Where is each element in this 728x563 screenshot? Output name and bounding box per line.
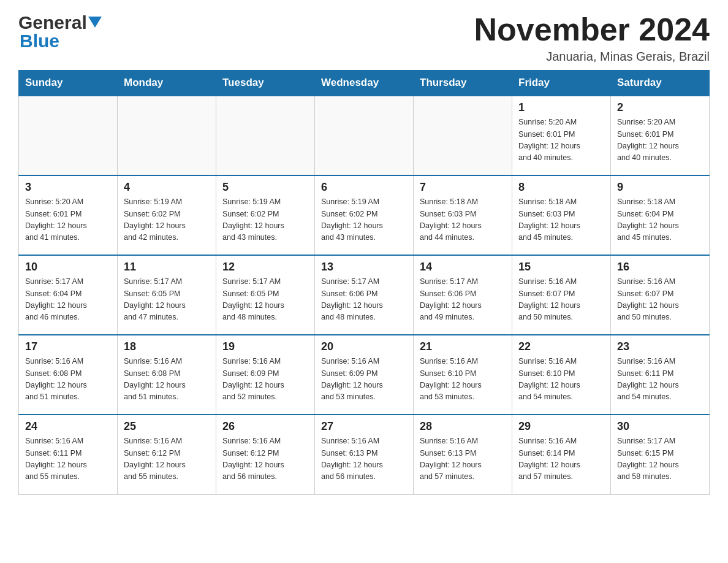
day-number: 23 — [617, 340, 703, 353]
day-info: Sunrise: 5:16 AMSunset: 6:11 PMDaylight:… — [617, 356, 703, 404]
day-number: 22 — [518, 340, 604, 353]
calendar-cell: 29Sunrise: 5:16 AMSunset: 6:14 PMDayligh… — [512, 415, 611, 494]
logo-general-text: General — [18, 12, 87, 33]
day-number: 24 — [25, 420, 111, 433]
day-info: Sunrise: 5:17 AMSunset: 6:06 PMDaylight:… — [321, 276, 407, 324]
svg-marker-0 — [88, 17, 102, 28]
calendar-cell — [118, 96, 216, 175]
logo: General Blue — [18, 12, 102, 52]
day-info: Sunrise: 5:16 AMSunset: 6:09 PMDaylight:… — [222, 356, 308, 404]
calendar-cell: 19Sunrise: 5:16 AMSunset: 6:09 PMDayligh… — [216, 335, 315, 415]
calendar-cell: 16Sunrise: 5:16 AMSunset: 6:07 PMDayligh… — [611, 255, 710, 335]
page-header: General Blue November 2024 Januaria, Min… — [18, 12, 710, 64]
week-row-4: 17Sunrise: 5:16 AMSunset: 6:08 PMDayligh… — [19, 335, 710, 415]
day-number: 20 — [321, 340, 407, 353]
calendar-cell: 11Sunrise: 5:17 AMSunset: 6:05 PMDayligh… — [118, 255, 216, 335]
calendar-cell: 18Sunrise: 5:16 AMSunset: 6:08 PMDayligh… — [118, 335, 216, 415]
day-number: 19 — [222, 340, 308, 353]
calendar-cell: 3Sunrise: 5:20 AMSunset: 6:01 PMDaylight… — [19, 175, 118, 255]
calendar-cell: 23Sunrise: 5:16 AMSunset: 6:11 PMDayligh… — [611, 335, 710, 415]
header-thursday: Thursday — [414, 71, 512, 96]
calendar-cell — [216, 96, 315, 175]
calendar-cell: 25Sunrise: 5:16 AMSunset: 6:12 PMDayligh… — [118, 415, 216, 494]
calendar-cell: 4Sunrise: 5:19 AMSunset: 6:02 PMDaylight… — [118, 175, 216, 255]
calendar-cell: 22Sunrise: 5:16 AMSunset: 6:10 PMDayligh… — [512, 335, 611, 415]
day-info: Sunrise: 5:20 AMSunset: 6:01 PMDaylight:… — [25, 196, 111, 244]
calendar-cell: 26Sunrise: 5:16 AMSunset: 6:12 PMDayligh… — [216, 415, 315, 494]
logo-blue-text: Blue — [18, 31, 59, 52]
day-info: Sunrise: 5:18 AMSunset: 6:04 PMDaylight:… — [617, 196, 703, 244]
day-info: Sunrise: 5:16 AMSunset: 6:12 PMDaylight:… — [222, 435, 308, 483]
calendar-cell — [414, 96, 512, 175]
day-number: 2 — [617, 101, 703, 114]
day-number: 25 — [124, 420, 210, 433]
calendar-subtitle: Januaria, Minas Gerais, Brazil — [474, 50, 710, 64]
calendar-cell: 17Sunrise: 5:16 AMSunset: 6:08 PMDayligh… — [19, 335, 118, 415]
calendar-cell: 24Sunrise: 5:16 AMSunset: 6:11 PMDayligh… — [19, 415, 118, 494]
calendar-cell — [19, 96, 118, 175]
day-number: 27 — [321, 420, 407, 433]
calendar-cell: 27Sunrise: 5:16 AMSunset: 6:13 PMDayligh… — [315, 415, 414, 494]
day-info: Sunrise: 5:19 AMSunset: 6:02 PMDaylight:… — [222, 196, 308, 244]
header-saturday: Saturday — [611, 71, 710, 96]
day-info: Sunrise: 5:17 AMSunset: 6:05 PMDaylight:… — [124, 276, 210, 324]
calendar-table: Sunday Monday Tuesday Wednesday Thursday… — [18, 70, 710, 495]
calendar-cell: 30Sunrise: 5:17 AMSunset: 6:15 PMDayligh… — [611, 415, 710, 494]
day-number: 17 — [25, 340, 111, 353]
day-number: 12 — [222, 261, 308, 274]
calendar-cell: 2Sunrise: 5:20 AMSunset: 6:01 PMDaylight… — [611, 96, 710, 175]
calendar-cell: 10Sunrise: 5:17 AMSunset: 6:04 PMDayligh… — [19, 255, 118, 335]
day-number: 13 — [321, 261, 407, 274]
header-wednesday: Wednesday — [315, 71, 414, 96]
day-info: Sunrise: 5:17 AMSunset: 6:05 PMDaylight:… — [222, 276, 308, 324]
day-number: 14 — [420, 261, 506, 274]
header-sunday: Sunday — [19, 71, 118, 96]
day-info: Sunrise: 5:16 AMSunset: 6:13 PMDaylight:… — [420, 435, 506, 483]
day-info: Sunrise: 5:16 AMSunset: 6:08 PMDaylight:… — [25, 356, 111, 404]
calendar-cell: 5Sunrise: 5:19 AMSunset: 6:02 PMDaylight… — [216, 175, 315, 255]
calendar-cell: 15Sunrise: 5:16 AMSunset: 6:07 PMDayligh… — [512, 255, 611, 335]
day-info: Sunrise: 5:18 AMSunset: 6:03 PMDaylight:… — [518, 196, 604, 244]
day-number: 21 — [420, 340, 506, 353]
day-info: Sunrise: 5:20 AMSunset: 6:01 PMDaylight:… — [617, 117, 703, 164]
day-number: 3 — [25, 181, 111, 194]
day-number: 8 — [518, 181, 604, 194]
calendar-cell: 14Sunrise: 5:17 AMSunset: 6:06 PMDayligh… — [414, 255, 512, 335]
day-number: 15 — [518, 261, 604, 274]
day-number: 4 — [124, 181, 210, 194]
week-row-5: 24Sunrise: 5:16 AMSunset: 6:11 PMDayligh… — [19, 415, 710, 494]
day-info: Sunrise: 5:20 AMSunset: 6:01 PMDaylight:… — [518, 117, 604, 164]
day-number: 11 — [124, 261, 210, 274]
calendar-cell — [315, 96, 414, 175]
calendar-cell: 9Sunrise: 5:18 AMSunset: 6:04 PMDaylight… — [611, 175, 710, 255]
day-info: Sunrise: 5:16 AMSunset: 6:13 PMDaylight:… — [321, 435, 407, 483]
day-info: Sunrise: 5:18 AMSunset: 6:03 PMDaylight:… — [420, 196, 506, 244]
calendar-header-row: Sunday Monday Tuesday Wednesday Thursday… — [19, 71, 710, 96]
calendar-cell: 12Sunrise: 5:17 AMSunset: 6:05 PMDayligh… — [216, 255, 315, 335]
day-number: 7 — [420, 181, 506, 194]
day-info: Sunrise: 5:16 AMSunset: 6:08 PMDaylight:… — [124, 356, 210, 404]
day-info: Sunrise: 5:19 AMSunset: 6:02 PMDaylight:… — [321, 196, 407, 244]
calendar-cell: 28Sunrise: 5:16 AMSunset: 6:13 PMDayligh… — [414, 415, 512, 494]
day-number: 9 — [617, 181, 703, 194]
title-section: November 2024 Januaria, Minas Gerais, Br… — [474, 12, 710, 64]
header-monday: Monday — [118, 71, 216, 96]
day-info: Sunrise: 5:16 AMSunset: 6:09 PMDaylight:… — [321, 356, 407, 404]
week-row-2: 3Sunrise: 5:20 AMSunset: 6:01 PMDaylight… — [19, 175, 710, 255]
logo-arrow-icon — [88, 17, 102, 30]
calendar-cell: 13Sunrise: 5:17 AMSunset: 6:06 PMDayligh… — [315, 255, 414, 335]
day-info: Sunrise: 5:16 AMSunset: 6:07 PMDaylight:… — [617, 276, 703, 324]
calendar-cell: 21Sunrise: 5:16 AMSunset: 6:10 PMDayligh… — [414, 335, 512, 415]
day-info: Sunrise: 5:16 AMSunset: 6:10 PMDaylight:… — [518, 356, 604, 404]
day-info: Sunrise: 5:17 AMSunset: 6:06 PMDaylight:… — [420, 276, 506, 324]
day-info: Sunrise: 5:16 AMSunset: 6:10 PMDaylight:… — [420, 356, 506, 404]
calendar-cell: 20Sunrise: 5:16 AMSunset: 6:09 PMDayligh… — [315, 335, 414, 415]
day-number: 18 — [124, 340, 210, 353]
calendar-cell: 7Sunrise: 5:18 AMSunset: 6:03 PMDaylight… — [414, 175, 512, 255]
calendar-cell: 1Sunrise: 5:20 AMSunset: 6:01 PMDaylight… — [512, 96, 611, 175]
calendar-title: November 2024 — [474, 12, 710, 47]
day-number: 30 — [617, 420, 703, 433]
day-info: Sunrise: 5:16 AMSunset: 6:14 PMDaylight:… — [518, 435, 604, 483]
day-number: 6 — [321, 181, 407, 194]
calendar-cell: 6Sunrise: 5:19 AMSunset: 6:02 PMDaylight… — [315, 175, 414, 255]
